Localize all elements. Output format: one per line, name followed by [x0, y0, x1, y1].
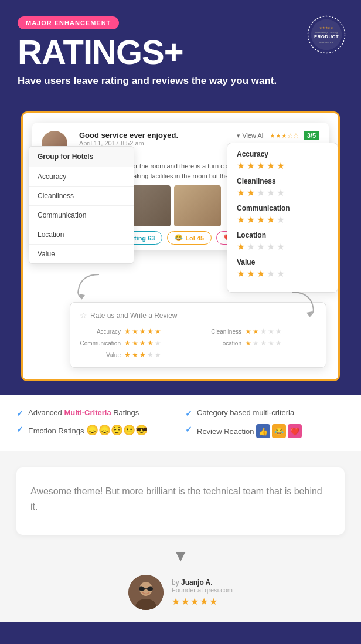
- mini-rating-value: Value ★★ ★★ ★: [80, 351, 196, 359]
- testimonial-section: Awesome theme! But more brilliant is the…: [0, 451, 361, 622]
- feature-category-text: Category based multi-criteria: [197, 408, 294, 417]
- check-icon-3: ✓: [16, 425, 23, 434]
- reaction-icons: 👍 😂 ❤️: [256, 424, 302, 438]
- product-badge: ★★★★★ Directory Listing PRODUCT Market F…: [306, 14, 347, 55]
- author-name: Juanjo A.: [181, 578, 213, 587]
- mini-rating-accuracy: Accuracy ★★ ★★ ★: [80, 327, 196, 335]
- check-icon-4: ✓: [185, 425, 192, 434]
- rating-stars-mini: ★★★☆☆: [270, 132, 299, 140]
- group-item-location[interactable]: Location: [29, 225, 134, 245]
- write-review-title: ☆ Rate us and Write a Review: [80, 311, 316, 320]
- mini-rating-location: Location ★★ ★★ ★: [200, 339, 316, 347]
- page-title: RATINGS+: [18, 35, 343, 69]
- lol-icon: 😂: [175, 234, 183, 242]
- star-outline-icon: ☆: [80, 311, 87, 320]
- hero-subtitle: Have users leave rating and reviews the …: [18, 75, 343, 87]
- feature-multi-criteria: ✓ Advanced Multi-Criteria Ratings: [16, 408, 176, 418]
- testimonial-box: Awesome theme! But more brilliant is the…: [16, 467, 345, 535]
- feature-emotion-ratings: ✓ Emotion Ratings 😞😞😌😐😎: [16, 424, 176, 438]
- author-stars: ★★★★★: [172, 596, 233, 607]
- rating-location: Location ★ ★ ★ ★ ★: [237, 231, 328, 252]
- group-item-accuracy[interactable]: Accuracy: [29, 167, 134, 187]
- lol-label: Lol 45: [185, 235, 204, 242]
- review-image-3: [174, 185, 221, 226]
- group-item-cleanliness[interactable]: Cleanliness: [29, 187, 134, 206]
- svg-text:PRODUCT: PRODUCT: [314, 34, 339, 39]
- author-role: Founder at qresi.com: [172, 587, 233, 594]
- multi-criteria-highlight: Multi-Criteria: [64, 408, 111, 417]
- thumbs-up-reaction-icon: 👍: [256, 424, 270, 438]
- heart-reaction-icon: ❤️: [288, 424, 302, 438]
- arrow-left-icon: [70, 272, 105, 303]
- laugh-reaction-icon: 😂: [272, 424, 286, 438]
- svg-text:Market Fit: Market Fit: [319, 41, 333, 44]
- rating-accuracy: Accuracy ★ ★ ★ ★ ★: [237, 150, 328, 171]
- rating-value: Value ★ ★ ★ ★ ★: [237, 258, 328, 279]
- author-row: by Juanjo A. Founder at qresi.com ★★★★★: [16, 575, 345, 610]
- rating-cleanliness: Cleanliness ★ ★ ★ ★ ★: [237, 177, 328, 198]
- chevron-down-icon: ▾: [237, 132, 240, 140]
- svg-rect-14: [147, 587, 153, 591]
- score-badge: 3/5: [304, 131, 319, 140]
- feature-category-criteria: ✓ Category based multi-criteria: [185, 408, 345, 418]
- group-dropdown: Group for Hotels Accuracy Cleanliness Co…: [29, 146, 134, 264]
- mini-rating-cleanliness: Cleanliness ★★ ★★ ★: [200, 327, 316, 335]
- check-icon: ✓: [16, 409, 23, 418]
- author-info: by Juanjo A. Founder at qresi.com ★★★★★: [172, 578, 233, 607]
- author-avatar: [128, 575, 164, 610]
- testimonial-arrow-icon: ▼: [16, 547, 345, 565]
- rating-communication: Communication ★ ★ ★ ★ ★: [237, 204, 328, 225]
- mini-ratings-grid: Accuracy ★★ ★★ ★ Cleanliness ★★ ★★ ★ Com…: [80, 327, 316, 359]
- svg-text:★★★★★: ★★★★★: [319, 26, 334, 29]
- main-demo-card: Good service ever enjoyed. April 11, 201…: [21, 111, 340, 381]
- features-grid: ✓ Advanced Multi-Criteria Ratings ✓ Cate…: [16, 408, 345, 438]
- group-item-value[interactable]: Value: [29, 245, 134, 263]
- group-header: Group for Hotels: [29, 147, 134, 167]
- emotion-icons: 😞😞😌😐😎: [86, 424, 148, 436]
- testimonial-text: Awesome theme! But more brilliant is the…: [30, 484, 331, 514]
- ratings-panel: Accuracy ★ ★ ★ ★ ★ Cleanliness ★ ★ ★ ★ ★…: [227, 143, 338, 293]
- mini-rating-communication: Communication ★★ ★★ ★: [80, 339, 196, 347]
- review-title: Good service ever enjoyed.: [79, 131, 178, 140]
- hero-section: MAJOR ENHANCEMENT ★★★★★ Directory Listin…: [0, 0, 361, 111]
- view-all-link[interactable]: ▾ View All: [237, 132, 264, 140]
- group-item-communication[interactable]: Communication: [29, 206, 134, 225]
- check-icon-2: ✓: [185, 409, 192, 418]
- feature-review-reaction: ✓ Review Reaction 👍 😂 ❤️: [185, 424, 345, 438]
- arrow-right-icon: [287, 289, 322, 321]
- features-section: ✓ Advanced Multi-Criteria Ratings ✓ Cate…: [0, 395, 361, 451]
- svg-rect-13: [139, 587, 145, 591]
- lol-button[interactable]: 😂 Lol 45: [167, 231, 212, 245]
- major-enhancement-badge: MAJOR ENHANCEMENT: [18, 16, 119, 29]
